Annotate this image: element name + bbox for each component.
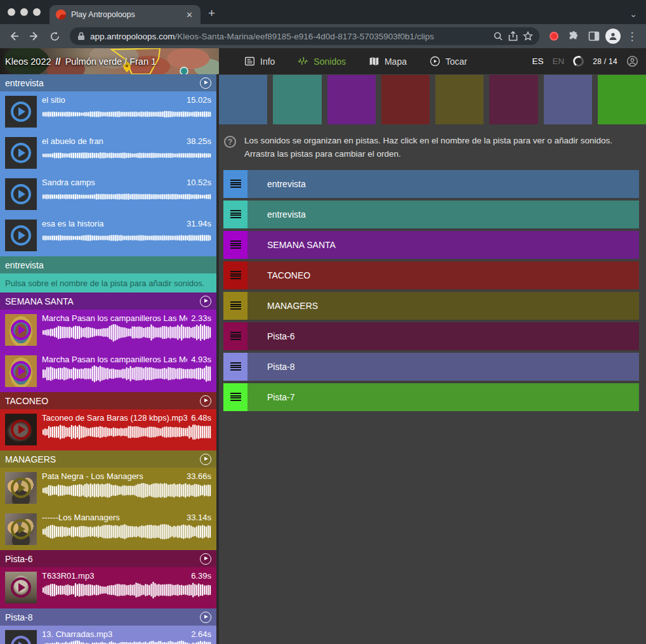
clip-waveform[interactable] [42,147,211,170]
track-row[interactable]: MANAGERS [223,292,639,320]
drag-handle[interactable] [223,383,247,411]
clip-play-icon[interactable] [11,361,31,381]
back-button[interactable] [5,27,23,45]
clip-play-icon[interactable] [11,636,31,644]
clip-play-icon[interactable] [11,225,31,246]
audio-clip[interactable]: Pata Negra - Los Managers33.66s [0,468,216,509]
clip-waveform[interactable] [42,424,211,447]
nav-item-sonidos[interactable]: Sonidos [289,48,355,74]
browser-tab[interactable]: Play Antropoloops ✕ [49,5,201,24]
clip-play-icon[interactable] [11,419,31,440]
profile-avatar[interactable] [605,29,621,44]
track-header[interactable]: Pista-6 [0,550,216,567]
track-header[interactable]: MANAGERS [0,450,216,468]
clip-play-icon[interactable] [11,320,31,340]
clip-waveform[interactable] [42,582,211,605]
audio-clip[interactable]: Marcha Pasan los campanilleros Las Mejor… [0,351,216,392]
drag-handle[interactable] [223,170,247,198]
forward-button[interactable] [25,27,43,45]
new-tab-button[interactable]: + [208,5,215,22]
audio-clip[interactable]: T633R01.mp36.39s [0,567,216,608]
track-row[interactable]: Pista-6 [223,322,639,350]
drag-handle[interactable] [223,322,247,350]
clip-waveform[interactable] [42,106,211,129]
clip-waveform[interactable] [42,230,211,253]
audio-clip[interactable]: Taconeo de Sara Baras (128 kbps).mp36.48… [0,409,216,450]
reload-button[interactable] [46,27,63,45]
drag-handle[interactable] [223,231,247,259]
track-swatch[interactable] [273,75,321,124]
track-swatch[interactable] [327,75,376,124]
drag-handle[interactable] [223,292,247,320]
traffic-light-minimize-button[interactable] [20,8,28,16]
address-bar[interactable]: app.antropoloops.com/Kleos-Santa-Marina/… [70,27,539,45]
track-play-icon[interactable] [200,395,211,407]
track-play-icon[interactable] [200,612,211,623]
track-row[interactable]: Pista-7 [223,383,639,411]
audio-clip[interactable]: Sandra camps10.52s [0,174,216,215]
traffic-light-close-button[interactable] [8,8,15,16]
recording-indicator-icon[interactable] [550,32,558,41]
drag-handle[interactable] [223,353,247,381]
audio-clip[interactable]: ------Los Mananagers33.14s [0,509,216,550]
share-icon[interactable] [508,31,518,41]
clip-play-icon[interactable] [11,143,31,163]
track-row[interactable]: Pista-8 [223,353,639,381]
track-header[interactable]: entrevista [0,256,216,273]
track-play-icon[interactable] [200,553,211,565]
clip-play-icon[interactable] [11,184,31,204]
extensions-puzzle-icon[interactable] [565,27,583,45]
track-row[interactable]: entrevista [223,170,639,198]
side-panel-icon[interactable] [585,27,603,45]
drag-handle[interactable] [223,261,247,289]
traffic-light-zoom-button[interactable] [33,8,41,16]
track-header[interactable]: SEMANA SANTA [0,292,216,310]
track-swatch[interactable] [381,75,430,124]
nav-item-mapa[interactable]: Mapa [360,48,416,74]
track-header[interactable]: entrevista [0,74,216,91]
track-play-icon[interactable] [200,454,211,465]
browser-menu-icon[interactable]: ⋮ [623,27,641,45]
track-swatch[interactable] [435,75,484,124]
clip-play-icon[interactable] [11,577,31,598]
track-row[interactable]: SEMANA SANTA [223,231,639,259]
track-swatch[interactable] [219,75,267,124]
track-swatch[interactable] [544,75,592,124]
track-row-label: SEMANA SANTA [247,231,639,259]
tab-overflow-chevron-icon[interactable]: ⌄ [630,9,637,19]
track-row[interactable]: entrevista [223,200,639,228]
track-swatch[interactable] [489,75,537,124]
tab-close-icon[interactable]: ✕ [185,10,194,20]
header-right: ESEN 28 / 14 [532,48,646,74]
clip-waveform[interactable] [42,188,211,211]
track-header[interactable]: TACONEO [0,392,216,409]
audio-clip[interactable]: Marcha Pasan los campanilleros Las Mejor… [0,310,216,351]
zoom-page-icon[interactable] [493,31,503,41]
nav-item-tocar[interactable]: Tocar [421,48,476,74]
track-play-icon[interactable] [200,77,211,89]
drag-handle[interactable] [223,200,247,228]
breadcrumb-separator: // [56,56,61,67]
track-row[interactable]: TACONEO [223,261,639,289]
clip-waveform[interactable] [42,365,211,388]
clip-play-icon[interactable] [11,519,31,539]
audio-clip[interactable]: 13. Charradas.mp32.64s [0,626,216,644]
clip-play-icon[interactable] [11,478,31,498]
clip-waveform[interactable] [42,324,211,347]
track-play-icon[interactable] [200,296,211,307]
nav-item-info[interactable]: Info [235,48,284,74]
clip-waveform[interactable] [42,482,211,505]
remix-location-banner[interactable]: Kleos 2022//Pulmón verde / Fran 1 [0,48,219,74]
clip-waveform[interactable] [42,523,211,546]
language-toggle-en[interactable]: EN [552,56,564,66]
clip-play-icon[interactable] [11,102,31,122]
bookmark-star-icon[interactable] [523,31,533,41]
clip-waveform[interactable] [42,640,211,644]
audio-clip[interactable]: el sitio15.02s [0,91,216,133]
audio-clip[interactable]: esa es la historia31.94s [0,215,216,256]
audio-clip[interactable]: el abuelo de fran38.25s [0,133,216,174]
language-toggle-es[interactable]: ES [532,56,543,66]
track-swatch[interactable] [598,75,646,124]
track-header[interactable]: Pista-8 [0,608,216,626]
account-icon[interactable] [626,55,638,67]
